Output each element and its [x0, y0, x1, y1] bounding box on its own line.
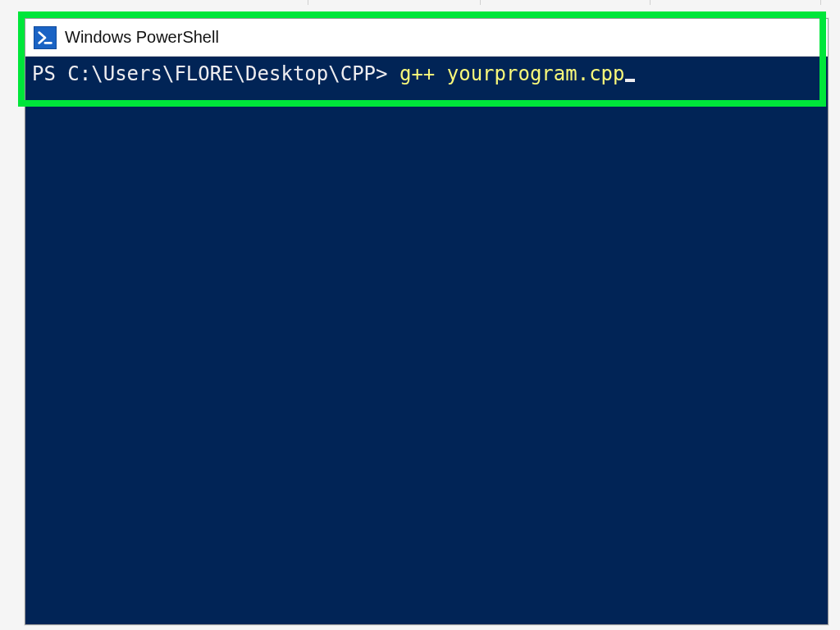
terminal-area[interactable]: PS C:\Users\FLORE\Desktop\CPP> g++ yourp… [25, 57, 828, 624]
text-cursor [625, 79, 635, 82]
powershell-window: Windows PowerShell PS C:\Users\FLORE\Des… [25, 18, 829, 625]
window-title: Windows PowerShell [65, 28, 219, 47]
title-bar[interactable]: Windows PowerShell [25, 19, 828, 57]
command-text: g++ yourprogram.cpp [399, 62, 625, 85]
prompt-text: PS C:\Users\FLORE\Desktop\CPP> [32, 62, 399, 85]
top-tick-marks [0, 0, 840, 8]
powershell-icon [34, 26, 57, 49]
